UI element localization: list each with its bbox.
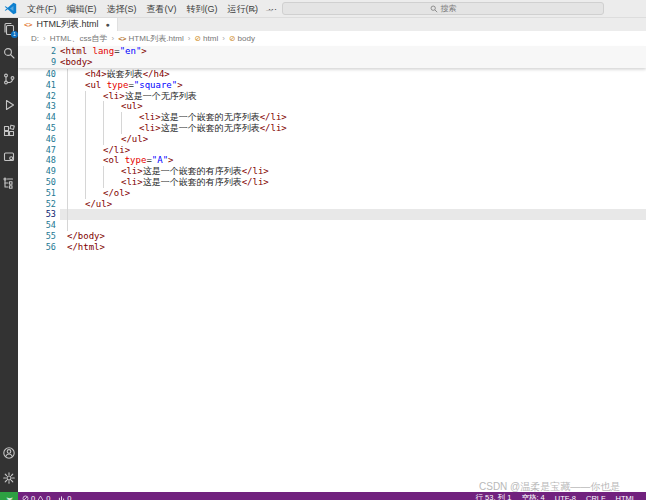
indent-guide: [85, 188, 86, 199]
code-line-56[interactable]: 56</html>: [18, 242, 646, 253]
nav-back-arrow[interactable]: ←: [248, 0, 259, 17]
breadcrumb-item-3[interactable]: ⊘html: [194, 34, 218, 43]
indent-guide: [103, 112, 104, 123]
code-editor[interactable]: 2<html lang="en">9<body> 40<h4>嵌套列表</h4>…: [18, 46, 646, 492]
menu-item-3[interactable]: 查看(V): [142, 0, 182, 18]
nav-forward-arrow[interactable]: →: [264, 0, 275, 17]
breadcrumb-separator: ›: [111, 34, 114, 43]
source-control-icon[interactable]: [2, 72, 16, 86]
indent-guide: [85, 91, 86, 102]
line-number: 40: [18, 69, 56, 80]
command-center-search[interactable]: 搜索: [282, 2, 604, 15]
code-line-40[interactable]: 40<h4>嵌套列表</h4>: [18, 69, 646, 80]
indent-guide: [103, 177, 104, 188]
code-line-52[interactable]: 52</ul>: [18, 199, 646, 210]
indent-guide: [85, 166, 86, 177]
code-line-46[interactable]: 46</ul>: [18, 134, 646, 145]
code-text: <li>这是一个无序列表: [103, 91, 197, 102]
indent-guide: [85, 112, 86, 123]
ports-icon: [58, 495, 65, 500]
indent-guide: [121, 123, 122, 134]
line-number: 44: [18, 112, 56, 123]
warning-icon: [37, 495, 44, 500]
code-line-43[interactable]: 43<ul>: [18, 101, 646, 112]
remote-explorer-icon[interactable]: [2, 150, 16, 164]
tab-html-file[interactable]: <> HTML列表.html ●: [18, 18, 118, 31]
sticky-line-2[interactable]: 2<html lang="en">: [18, 46, 646, 57]
extensions-icon[interactable]: [2, 124, 16, 138]
breadcrumb-label: html: [203, 34, 218, 43]
line-number: 53: [18, 209, 56, 220]
title-bar: 文件(F)编辑(E)选择(S)查看(V)转到(G)运行(R)··· ← → 搜索: [0, 0, 646, 18]
breadcrumb-item-2[interactable]: <>HTML列表.html: [118, 33, 184, 44]
indent-guide: [67, 80, 68, 91]
breadcrumb-item-1[interactable]: HTML、css自学: [50, 33, 108, 44]
status-right-item-1[interactable]: 空格: 4: [521, 493, 544, 500]
indent-guide: [67, 199, 68, 210]
status-right-item-3[interactable]: CRLF: [586, 493, 606, 500]
line-number: 41: [18, 80, 56, 91]
status-right-item-4[interactable]: HTML: [616, 493, 636, 500]
line-number: 42: [18, 91, 56, 102]
tree-view-icon[interactable]: [2, 176, 16, 190]
sticky-line-9[interactable]: 9<body>: [18, 57, 646, 68]
code-line-51[interactable]: 51</ol>: [18, 188, 646, 199]
indent-guide: [103, 166, 104, 177]
tab-label: HTML列表.html: [36, 18, 98, 31]
indent-guide: [67, 145, 68, 156]
activity-bar: 1: [0, 18, 18, 492]
code-text: <h4>嵌套列表</h4>: [85, 69, 170, 80]
code-line-41[interactable]: 41<ul type="square">: [18, 80, 646, 91]
unsaved-dot-icon[interactable]: ●: [105, 21, 109, 28]
indent-guide: [67, 123, 68, 134]
ports-status[interactable]: 0: [54, 494, 75, 500]
symbol-element-icon: ⊘: [229, 34, 236, 43]
line-number: 48: [18, 155, 56, 166]
symbol-element-icon: ⊘: [194, 34, 201, 43]
code-line-44[interactable]: 44<li>这是一个嵌套的无序列表</li>: [18, 112, 646, 123]
code-line-45[interactable]: 45<li>这是一个嵌套的无序列表</li>: [18, 123, 646, 134]
error-count: 0: [31, 494, 35, 500]
indent-guide: [67, 166, 68, 177]
indent-guide: [67, 188, 68, 199]
breadcrumb-item-0[interactable]: D:: [31, 34, 39, 43]
settings-icon[interactable]: [2, 471, 16, 485]
breadcrumb-label: D:: [31, 34, 39, 43]
line-number: 47: [18, 145, 56, 156]
menu-item-1[interactable]: 编辑(E): [62, 0, 102, 18]
code-line-50[interactable]: 50<li>这是一个嵌套的有序列表</li>: [18, 177, 646, 188]
code-line-49[interactable]: 49<li>这是一个嵌套的有序列表</li>: [18, 166, 646, 177]
status-right-item-0[interactable]: 行 53, 列 1: [476, 493, 512, 500]
search-icon[interactable]: [2, 46, 16, 60]
code-text: <li>这是一个嵌套的无序列表</li>: [139, 123, 287, 134]
explorer-badge: 1: [11, 31, 18, 38]
indent-guide: [67, 101, 68, 112]
code-lines: 40<h4>嵌套列表</h4>41<ul type="square">42<li…: [18, 69, 646, 253]
run-debug-icon[interactable]: [2, 98, 16, 112]
explorer-icon[interactable]: 1: [2, 22, 16, 36]
menu-item-0[interactable]: 文件(F): [22, 0, 62, 18]
account-icon[interactable]: [2, 446, 16, 460]
remote-indicator-button[interactable]: ><: [0, 492, 18, 500]
code-line-55[interactable]: 55</body>: [18, 231, 646, 242]
indent-guide: [67, 209, 68, 220]
indent-guide: [103, 134, 104, 145]
code-line-54[interactable]: 54: [18, 220, 646, 231]
tab-strip: <> HTML列表.html ●: [18, 18, 646, 31]
code-line-42[interactable]: 42<li>这是一个无序列表: [18, 91, 646, 102]
menu-item-4[interactable]: 转到(G): [182, 0, 223, 18]
error-icon: [22, 495, 29, 500]
code-line-47[interactable]: 47</li>: [18, 145, 646, 156]
menu-item-2[interactable]: 选择(S): [102, 0, 142, 18]
code-line-53[interactable]: 53: [18, 209, 646, 220]
line-number: 52: [18, 199, 56, 210]
indent-guide: [67, 134, 68, 145]
problems-status[interactable]: 0 0: [18, 494, 54, 500]
status-right-item-2[interactable]: UTF-8: [555, 493, 576, 500]
indent-guide: [67, 155, 68, 166]
breadcrumb: D:›HTML、css自学›<>HTML列表.html›⊘html›⊘body: [18, 31, 646, 46]
code-text: <li>这是一个嵌套的无序列表</li>: [139, 112, 287, 123]
breadcrumb-item-4[interactable]: ⊘body: [229, 34, 255, 43]
code-text: <ol type="A">: [103, 155, 173, 166]
code-line-48[interactable]: 48<ol type="A">: [18, 155, 646, 166]
